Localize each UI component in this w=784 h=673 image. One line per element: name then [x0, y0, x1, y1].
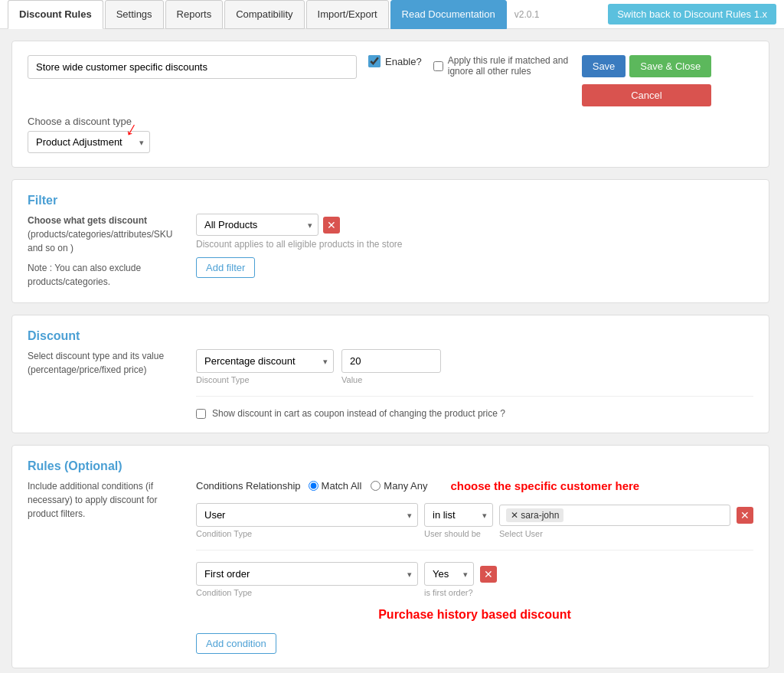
filter-left-title: Choose what gets discount (products/cate… — [28, 214, 181, 255]
coupon-checkbox[interactable] — [196, 409, 206, 419]
user-tag: ✕ sara-john — [506, 508, 564, 522]
many-any-radio-label[interactable]: Many Any — [371, 480, 427, 492]
cancel-button[interactable]: Cancel — [582, 84, 711, 106]
discount-type-section: Choose a discount type Product Adjustmen… — [28, 116, 753, 153]
add-filter-button[interactable]: Add filter — [196, 257, 255, 278]
discount-type-field-label: Discount Type — [196, 375, 334, 384]
discount-type-dd-wrapper: Percentage discount Fixed price Fixed pr… — [196, 349, 334, 373]
rule-config-card: Enable? Apply this rule if matched and i… — [11, 41, 769, 168]
condition-op-first-order-wrapper: Yes No — [424, 562, 474, 586]
tab-import-export[interactable]: Import/Export — [306, 0, 389, 29]
tab-compatibility[interactable]: Compatibility — [224, 0, 304, 29]
user-should-be-label: User should be — [424, 529, 493, 538]
save-close-button[interactable]: Save & Close — [629, 55, 711, 77]
first-order-field-labels: Condition Type is first order? — [196, 588, 753, 597]
purchase-history-note: Purchase history based discount — [196, 608, 753, 622]
filter-top: All Products Specific Products Product C… — [196, 214, 753, 236]
condition-row-user: User First order User Role in list not i… — [196, 503, 753, 538]
match-all-radio-label[interactable]: Match All — [309, 480, 362, 492]
tab-settings[interactable]: Settings — [105, 0, 164, 29]
condition-user-fields: User First order User Role in list not i… — [196, 503, 753, 527]
is-first-order-label: is first order? — [424, 588, 473, 597]
discount-left-col: Select discount type and its value (perc… — [28, 349, 181, 419]
coupon-row: Show discount in cart as coupon instead … — [196, 408, 753, 419]
save-button[interactable]: Save — [582, 55, 626, 77]
top-nav: Discount Rules Settings Reports Compatib… — [0, 0, 784, 29]
condition-op-user-wrapper: in list not in list — [424, 503, 493, 527]
filter-select[interactable]: All Products Specific Products Product C… — [196, 214, 318, 236]
condition-type-first-order-select[interactable]: First order User User Role — [196, 562, 418, 586]
discount-card: Discount Select discount type and its va… — [11, 315, 769, 433]
rules-card: Rules (Optional) Include additional cond… — [11, 445, 769, 668]
discount-type-select-wrapper: Product Adjustment Cart Discount Buy X G… — [28, 131, 150, 153]
coupon-label: Show discount in cart as coupon instead … — [212, 408, 505, 419]
discount-section-title: Discount — [28, 329, 753, 343]
many-any-radio[interactable] — [371, 481, 381, 491]
conditions-divider — [196, 550, 753, 550]
condition-op-user-select[interactable]: in list not in list — [424, 503, 493, 527]
discount-type-dropdown[interactable]: Percentage discount Fixed price Fixed pr… — [196, 349, 334, 373]
filter-description: Discount applies to all eligible product… — [196, 239, 753, 250]
tab-reports[interactable]: Reports — [165, 0, 224, 29]
apply-rule-group: Apply this rule if matched and ignore al… — [433, 55, 570, 77]
save-row: Save Save & Close — [582, 55, 711, 77]
rule-name-input[interactable] — [28, 55, 357, 79]
discount-divider — [196, 396, 753, 397]
discount-value-input[interactable] — [341, 349, 441, 373]
tab-discount-rules[interactable]: Discount Rules — [8, 0, 103, 29]
rules-section-title: Rules (Optional) — [28, 459, 753, 473]
filter-left-note: Note : You can also exclude products/cat… — [28, 261, 181, 289]
condition-row-first-order: First order User User Role Yes No ✕ — [196, 562, 753, 597]
enable-group: Enable? — [368, 55, 422, 67]
discount-right-col: Percentage discount Fixed price Fixed pr… — [196, 349, 753, 419]
filter-card: Filter Choose what gets discount (produc… — [11, 179, 769, 303]
apply-rule-checkbox[interactable] — [433, 61, 443, 71]
radio-group: Match All Many Any — [309, 480, 428, 492]
discount-type-select[interactable]: Product Adjustment Cart Discount Buy X G… — [28, 131, 150, 153]
condition-type-first-order-wrapper: First order User User Role — [196, 562, 418, 586]
enable-checkbox[interactable] — [368, 55, 381, 67]
rules-left-col: Include additional conditions (if necess… — [28, 479, 181, 654]
filter-left-col: Choose what gets discount (products/cate… — [28, 214, 181, 289]
conditions-relationship-row: Conditions Relationship Match All Many A… — [196, 479, 753, 492]
condition-type-label-user: Condition Type — [196, 529, 418, 538]
rules-two-col: Include additional conditions (if necess… — [28, 479, 753, 654]
tag-input-wrapper[interactable]: ✕ sara-john — [499, 505, 730, 526]
discount-type-field: Percentage discount Fixed price Fixed pr… — [196, 349, 334, 384]
filter-two-col: Choose what gets discount (products/cate… — [28, 214, 753, 289]
discount-value-field: Value — [341, 349, 441, 384]
rules-left-desc: Include additional conditions (if necess… — [28, 479, 181, 521]
user-field-labels: Condition Type User should be Select Use… — [196, 529, 753, 538]
switch-back-button[interactable]: Switch back to Discount Rules 1.x — [608, 4, 776, 25]
version-label: v2.0.1 — [514, 9, 540, 20]
rules-right-col: Conditions Relationship Match All Many A… — [196, 479, 753, 654]
filter-left-title-strong: Choose what gets discount — [28, 215, 147, 226]
condition-type-user-wrapper: User First order User Role — [196, 503, 418, 527]
discount-value-field-label: Value — [341, 375, 441, 384]
filter-right-col: All Products Specific Products Product C… — [196, 214, 753, 289]
tag-value: ✕ sara-john — [511, 510, 559, 521]
enable-label: Enable? — [385, 56, 422, 67]
select-user-label: Select User — [499, 529, 543, 538]
many-any-label: Many Any — [384, 480, 427, 492]
condition-first-order-fields: First order User User Role Yes No ✕ — [196, 562, 753, 586]
action-buttons: Save Save & Close Cancel — [582, 55, 711, 106]
filter-section-title: Filter — [28, 194, 753, 207]
condition-user-remove-button[interactable]: ✕ — [737, 507, 753, 524]
tab-read-documentation[interactable]: Read Documentation — [390, 0, 507, 29]
filter-select-wrapper: All Products Specific Products Product C… — [196, 214, 318, 236]
filter-remove-button[interactable]: ✕ — [323, 217, 340, 234]
condition-type-label-first-order: Condition Type — [196, 588, 418, 597]
discount-left-desc: Select discount type and its value (perc… — [28, 349, 181, 377]
main-content: Enable? Apply this rule if matched and i… — [0, 29, 781, 673]
discount-two-col: Select discount type and its value (perc… — [28, 349, 753, 419]
condition-first-order-remove-button[interactable]: ✕ — [480, 566, 497, 583]
apply-rule-label: Apply this rule if matched and ignore al… — [448, 55, 570, 77]
rule-name-row: Enable? Apply this rule if matched and i… — [28, 55, 753, 106]
condition-type-user-select[interactable]: User First order User Role — [196, 503, 418, 527]
discount-type-label: Choose a discount type — [28, 116, 753, 127]
filter-left-desc: (products/categories/attributes/SKU and … — [28, 229, 172, 253]
add-condition-button[interactable]: Add condition — [196, 633, 276, 654]
match-all-radio[interactable] — [309, 481, 318, 491]
condition-op-first-order-select[interactable]: Yes No — [424, 562, 474, 586]
